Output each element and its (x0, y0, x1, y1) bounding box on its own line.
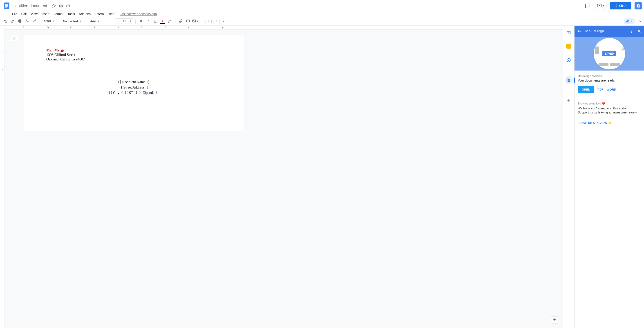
addon-panel-title: Mail Merge (585, 29, 626, 33)
side-panel-strip: 31 ＋ (562, 26, 574, 328)
insert-link-button[interactable] (178, 18, 184, 24)
addon-hero: SAVED ☆ (574, 37, 644, 70)
mail-merge-addon-icon[interactable] (564, 76, 573, 84)
bold-button[interactable]: B (138, 18, 144, 24)
show-outline-button[interactable] (11, 34, 18, 42)
word-link[interactable]: WORD (607, 88, 616, 91)
menu-format[interactable]: Format (52, 11, 65, 17)
tasks-icon[interactable] (564, 56, 573, 64)
underline-button[interactable]: U (152, 18, 158, 24)
separator (201, 19, 201, 23)
calendar-icon[interactable]: 31 (564, 28, 573, 36)
menu-file[interactable]: File (10, 11, 19, 17)
menu-tools[interactable]: Tools (66, 11, 77, 17)
svg-rect-35 (568, 80, 570, 80)
font-size-value[interactable]: 11 (121, 19, 128, 23)
share-button[interactable]: Share (610, 2, 632, 9)
svg-rect-1 (5, 4, 8, 5)
font-select[interactable]: Arial▼ (88, 18, 111, 24)
document-page[interactable]: Mail Merge 1398 Clifford Street Oakland,… (24, 34, 244, 131)
document-title[interactable]: Untitled document (13, 3, 49, 9)
doc-text: {{ Recipient Name }} {{ Street Address }… (46, 79, 221, 95)
indent-right-marker[interactable] (222, 27, 224, 28)
toolbar: 100%▼ Normal text▼ Arial▼ − 11 + B I U A… (0, 17, 644, 26)
svg-point-40 (632, 31, 632, 32)
canvas-scroll[interactable]: Mail Merge 1398 Clifford Street Oakland,… (4, 30, 562, 328)
svg-rect-4 (5, 7, 7, 8)
comments-button[interactable] (583, 2, 592, 10)
indent-left-marker[interactable] (47, 27, 50, 28)
style-select[interactable]: Normal text▼ (61, 18, 84, 24)
svg-point-39 (632, 30, 632, 30)
redo-button[interactable] (10, 18, 16, 24)
zoom-select[interactable]: 100%▼ (42, 18, 56, 24)
saved-badge: SAVED (602, 51, 616, 56)
last-edit-link[interactable]: Last edit was seconds ago (118, 11, 158, 17)
separator (135, 19, 136, 23)
star-icon[interactable] (52, 3, 56, 8)
line-spacing-button[interactable]: ▼ (211, 18, 217, 24)
keep-icon[interactable] (564, 42, 573, 50)
font-size-stepper[interactable]: − 11 + (116, 18, 133, 24)
svg-rect-12 (638, 6, 639, 6)
open-button[interactable]: OPEN (578, 86, 594, 93)
review-subtitle: Show us some love ❤️ (578, 102, 641, 105)
addon-panel: Mail Merge SAVED ☆ Mai (574, 26, 644, 328)
text-color-button[interactable]: A (160, 18, 166, 24)
spellcheck-button[interactable] (24, 18, 30, 24)
menu-edit[interactable]: Edit (20, 11, 28, 17)
horizontal-ruler[interactable]: 1 2 3 4 5 6 7 8 (4, 26, 562, 30)
separator (566, 90, 571, 90)
explore-button[interactable] (551, 316, 558, 324)
svg-marker-5 (52, 4, 56, 7)
align-button[interactable]: ▼ (203, 18, 210, 24)
svg-rect-37 (568, 81, 569, 81)
svg-rect-2 (5, 5, 8, 6)
separator (220, 19, 220, 23)
more-vert-icon[interactable] (630, 29, 634, 33)
menu-help[interactable]: Help (106, 11, 116, 17)
status-message: Your documents are ready. (578, 79, 641, 82)
cloud-status-icon[interactable] (66, 3, 70, 8)
insert-image-button[interactable]: ▼ (192, 18, 198, 24)
undo-button[interactable] (2, 18, 8, 24)
vertical-ruler: 1 2 3 (0, 26, 4, 328)
editing-mode-button[interactable]: ▼ (624, 18, 634, 24)
doc-text: Oakland, California 94607 (46, 57, 221, 61)
svg-rect-3 (5, 6, 8, 7)
font-size-decrease[interactable]: − (116, 19, 121, 23)
account-avatar[interactable] (634, 2, 642, 9)
close-icon[interactable] (637, 29, 641, 33)
get-addons-button[interactable]: ＋ (564, 96, 573, 104)
menu-view[interactable]: View (29, 11, 39, 17)
separator (578, 98, 641, 98)
paint-format-button[interactable] (31, 18, 37, 24)
back-icon[interactable] (577, 29, 582, 34)
addon-panel-header: Mail Merge (574, 26, 644, 37)
menu-zotero[interactable]: Zotero (93, 11, 106, 17)
status-subtitle: Mail merge complete (578, 75, 641, 78)
add-comment-button[interactable] (185, 18, 191, 24)
separator (40, 19, 40, 23)
more-button[interactable]: ⋯ (222, 18, 228, 24)
font-size-increase[interactable]: + (128, 19, 133, 23)
svg-text:31: 31 (568, 32, 569, 34)
move-icon[interactable] (59, 3, 63, 8)
font-value: Arial (90, 19, 96, 23)
italic-button[interactable]: I (145, 18, 151, 24)
leave-review-link[interactable]: LEAVE US A REVIEW ⭐ (578, 121, 612, 125)
svg-point-19 (194, 20, 194, 21)
present-button[interactable]: ▼ (595, 2, 607, 10)
menu-insert[interactable]: Insert (40, 11, 51, 17)
separator (113, 19, 113, 23)
print-button[interactable] (17, 18, 23, 24)
share-label: Share (619, 4, 627, 8)
hide-menus-button[interactable] (638, 19, 642, 23)
menu-addons[interactable]: Add-ons (77, 11, 92, 17)
review-msg: We hope you're enjoying this addon! (578, 106, 641, 110)
highlight-button[interactable] (166, 18, 173, 24)
pdf-link[interactable]: PDF (598, 88, 604, 91)
docs-logo[interactable] (2, 1, 11, 10)
svg-rect-36 (568, 80, 570, 80)
menubar: File Edit View Insert Format Tools Add-o… (0, 11, 644, 17)
